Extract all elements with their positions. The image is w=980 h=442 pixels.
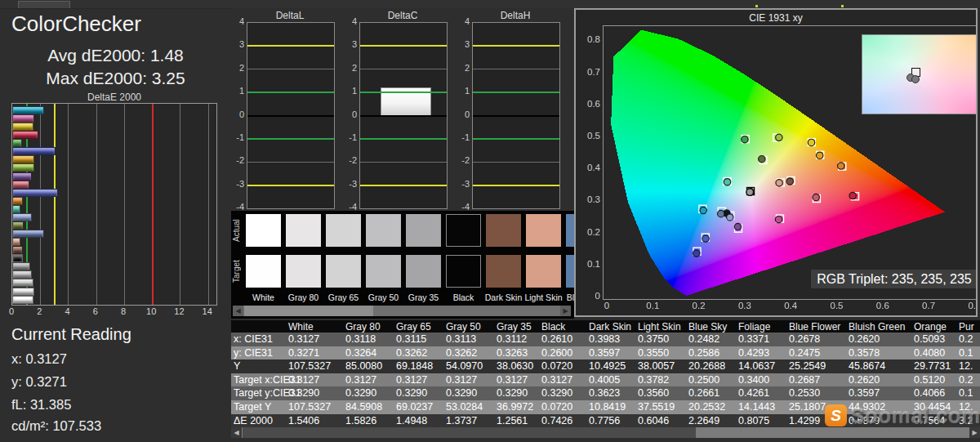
table-row: ΔE 20001.54061.58261.49481.37371.25610.7… <box>231 414 980 427</box>
delta-ref-line <box>360 45 447 47</box>
column-header: Foliage <box>738 321 770 333</box>
table-cell: 0.2 <box>959 374 973 386</box>
delta-ref-line <box>247 185 334 186</box>
table-cell: 54.0970 <box>446 360 483 372</box>
table-cell: 0.2620 <box>849 333 880 345</box>
table-cell: 36.9972 <box>497 401 533 413</box>
table-cell: 0.5093 <box>914 333 945 345</box>
reading-cdm2: cd/m²: 107.533 <box>11 418 101 434</box>
axis-tick-label: 10 <box>142 306 160 316</box>
table-cell: 0.2586 <box>688 347 719 359</box>
table-cell: 0.3127 <box>497 374 528 386</box>
deltae-ref-line <box>54 104 56 305</box>
table-cell: 0.1 <box>959 387 973 399</box>
axis-tick-label: 12 <box>170 306 188 316</box>
axis-tick-label: 2 <box>341 63 357 73</box>
axis-tick-label: 4 <box>454 16 470 26</box>
column-header: Gray 80 <box>345 321 381 333</box>
axis-tick-label: 0.6 <box>873 301 893 310</box>
delta-ref-line <box>247 92 334 93</box>
swatch-target <box>326 255 361 288</box>
table-cell: 0.0720 <box>541 401 572 413</box>
swatch-label: Blue Sky <box>564 292 574 302</box>
swatch-label: Black <box>443 292 483 302</box>
table-cell: 84.5908 <box>345 401 382 413</box>
table-cell: 0.3290 <box>345 387 376 399</box>
swatch-scroll-left-button[interactable]: ◀ <box>233 306 243 316</box>
axis-tick-label: -1 <box>341 132 357 142</box>
deltae-gridline <box>68 104 69 305</box>
axis-tick-label: 0.5 <box>576 131 600 141</box>
swatch-label: Light Skin <box>523 292 564 302</box>
table-cell: 0.3400 <box>738 374 769 386</box>
rgb-triplet-badge: RGB Triplet: 235, 235, 235 <box>811 270 978 288</box>
table-cell: 0.3127 <box>288 374 319 386</box>
table-cell: 10.8419 <box>589 401 626 413</box>
table-cell: 53.0284 <box>446 401 483 413</box>
axis-tick-label: 0.3 <box>576 194 600 204</box>
deltae-gridline <box>96 104 97 305</box>
table-cell: 0.3113 <box>446 333 476 345</box>
delta-ref-line <box>247 69 334 69</box>
delta-ref-line <box>247 162 334 163</box>
deltae-bar <box>12 181 29 189</box>
column-header: Blue Flower <box>789 321 840 333</box>
swatch-actual <box>246 214 281 247</box>
column-header: Light Skin <box>638 321 681 333</box>
table-cell: 0.3115 <box>396 333 426 345</box>
avg-de2000-label: Avg dE2000: 1.48 <box>0 46 231 65</box>
swatch-strip: Actual Target WhiteGray 80Gray 65Gray 50… <box>231 211 574 319</box>
delta-ref-line <box>473 69 559 69</box>
swatch-actual <box>326 214 361 247</box>
swatch-scroll-right-button[interactable]: ▶ <box>560 306 571 316</box>
table-row: Target Y107.532784.590869.023753.028436.… <box>231 400 980 414</box>
table-cell: 1.5406 <box>288 415 319 426</box>
table-cell: 85.0080 <box>345 360 382 372</box>
table-cell: 0.3623 <box>589 387 620 399</box>
table-cell: 0.3262 <box>396 347 427 359</box>
table-cell: 0.2661 <box>688 387 719 399</box>
row-label: y: CIE31 <box>234 347 273 359</box>
axis-tick-label: 0 <box>576 291 600 301</box>
table-scroll-left-button[interactable]: ◀ <box>231 427 242 438</box>
table-cell: 2.2649 <box>688 415 719 426</box>
reading-y: y: 0.3271 <box>11 374 67 390</box>
table-cell: 1.4299 <box>789 415 820 426</box>
table-cell: 25.2549 <box>789 360 826 372</box>
delta-charts-panel: DeltaL43210-1-2-3-4DeltaC43210-1-2-3-4De… <box>231 8 574 319</box>
window-tab[interactable] <box>18 1 70 8</box>
table-cell: 0.3290 <box>446 387 477 399</box>
delta-chart-plot <box>359 22 448 209</box>
indicator-dot <box>755 5 758 7</box>
axis-tick-label: 0 <box>231 109 244 119</box>
swatch-scrollbar-thumb[interactable] <box>244 306 373 316</box>
swatch-actual <box>286 214 321 247</box>
reading-fl: fL: 31.385 <box>11 397 71 413</box>
swatch-actual <box>406 214 441 247</box>
deltae-bar <box>12 230 44 238</box>
axis-tick-label: 0.4 <box>576 163 600 172</box>
measurement-table: WhiteGray 80Gray 65Gray 50Gray 35BlackDa… <box>231 320 980 427</box>
actual-row-label: Actual <box>232 214 243 247</box>
table-cell: 0.3560 <box>638 387 669 399</box>
swatch-label: Dark Skin <box>483 292 523 302</box>
table-cell: 0.2500 <box>688 374 719 386</box>
delta-ref-line <box>360 162 447 163</box>
axis-tick-label: 3 <box>341 39 357 49</box>
table-cell: 69.0237 <box>396 401 433 413</box>
delta-chart-title: DeltaL <box>247 10 333 21</box>
page-title: ColorChecker <box>11 11 141 37</box>
table-cell: 0.2 <box>959 333 973 345</box>
axis-tick-label: 0.7 <box>576 67 600 77</box>
axis-tick-label: 0.8 <box>576 34 600 44</box>
table-header-row: WhiteGray 80Gray 65Gray 50Gray 35BlackDa… <box>231 320 980 333</box>
table-cell: 1.4948 <box>396 415 427 426</box>
deltae-bar-chart <box>11 103 217 306</box>
table-cell: 0.3983 <box>589 333 620 345</box>
table-scroll-right-button[interactable]: ▶ <box>969 427 980 438</box>
table-scrollbar-thumb[interactable] <box>243 427 696 438</box>
table-cell: 0.3127 <box>345 374 376 386</box>
table-cell: 0.3264 <box>345 347 376 359</box>
row-label: Y <box>234 360 240 372</box>
axis-tick-label: 0.3 <box>735 301 755 310</box>
